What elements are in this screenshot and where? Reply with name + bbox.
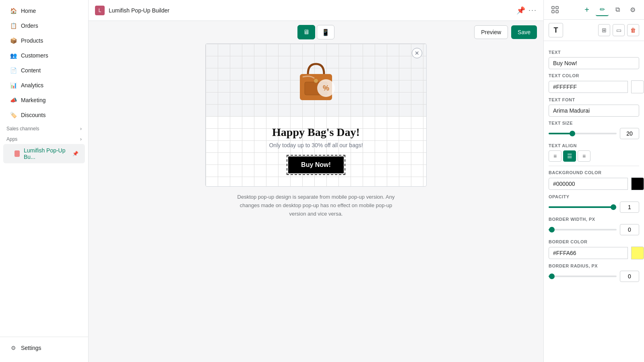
text-size-row [549,128,639,139]
products-icon: 📦 [10,37,17,44]
sidebar-item-label: Products [21,37,43,44]
sidebar-item-label: Customers [21,52,48,59]
align-center-button[interactable]: ☰ [563,150,576,162]
border-radius-slider-track[interactable] [549,276,617,277]
customers-icon: 👥 [10,52,17,59]
cta-button-wrapper[interactable]: Buy Now! [287,155,345,175]
text-element-button[interactable]: T [549,23,563,37]
divider [549,166,639,166]
text-align-label: TEXT ALIGN [549,143,639,148]
cta-button[interactable]: Buy Now! [288,156,344,173]
desktop-button[interactable]: 🖥 [297,25,315,39]
text-input[interactable] [549,57,639,69]
save-button[interactable]: Save [511,25,537,39]
text-align-row: ≡ ☰ ≡ [549,150,639,162]
sidebar-item-content[interactable]: 📄 Content [3,63,85,78]
text-font-select[interactable]: Arima Madurai Arial Georgia Helvetica Ro… [549,105,639,117]
delete-button[interactable]: 🗑 [627,24,639,36]
element-toolbar: T ⊞ ▭ 🗑 [544,20,644,41]
chevron-icon: › [80,136,82,142]
svg-rect-5 [552,6,554,9]
bag-image: % [288,52,344,108]
text-color-swatch[interactable] [631,80,644,93]
svg-rect-8 [556,10,558,13]
sidebar-item-lumifish[interactable]: Lumifish Pop-Up Bu... 📌 [3,144,85,163]
opacity-label: OPACITY [549,194,639,199]
sidebar-item-products[interactable]: 📦 Products [3,33,85,48]
opacity-input[interactable] [620,202,639,213]
sidebar-item-label: Marketing [21,97,45,103]
border-color-swatch[interactable] [631,247,644,259]
border-color-label: BORDER COLOR [549,239,639,244]
sidebar-item-orders[interactable]: 📋 Orders [3,19,85,33]
bg-color-swatch[interactable] [631,177,644,190]
popup-headline: Happy Bag's Day! [214,126,418,139]
device-toggle: 🖥 📱 [297,25,334,39]
popup-image-area: % [206,44,426,116]
app-header-title: Lumifish Pop-Up Builder [109,7,512,14]
bg-color-row [549,177,639,190]
mobile-button[interactable]: 📱 [317,25,334,39]
text-size-slider-thumb[interactable] [570,131,575,136]
canvas-info: Desktop pop-up design is separate from m… [231,193,400,218]
sidebar-item-home[interactable]: 🏠 Home [3,4,85,18]
svg-text:%: % [323,84,329,92]
border-color-input[interactable] [549,247,628,259]
border-radius-slider-thumb[interactable] [549,274,555,279]
border-radius-label: BORDER RADIUS, PX [549,263,639,268]
sidebar-item-settings[interactable]: ⚙ Settings [3,341,85,355]
app-header-actions: 📌 ··· [516,6,537,15]
discounts-icon: 🏷️ [10,111,17,119]
align-left-button[interactable]: ≡ [549,150,561,162]
app-header: L Lumifish Pop-Up Builder 📌 ··· [89,0,543,21]
border-button[interactable]: ▭ [613,24,625,36]
grid-align-button[interactable]: ⊞ [598,24,610,36]
orders-icon: 📋 [10,22,17,29]
text-size-input[interactable] [620,128,639,139]
opacity-slider-fill [549,206,613,208]
border-width-slider-track[interactable] [549,229,617,230]
sidebar-item-label: Analytics [21,82,43,88]
sidebar-item-customers[interactable]: 👥 Customers [3,48,85,63]
sidebar-item-marketing[interactable]: 📣 Marketing [3,93,85,107]
sidebar-bottom: ⚙ Settings [0,337,88,362]
border-width-slider-thumb[interactable] [549,227,555,232]
bg-color-input[interactable] [549,178,628,190]
text-size-slider-track[interactable] [549,133,617,134]
border-radius-input[interactable] [620,271,639,282]
popup-text-area: Happy Bag's Day! Only today up to 30% of… [206,116,426,186]
add-tab-button[interactable]: + [580,3,593,16]
opacity-slider-thumb[interactable] [611,204,616,210]
more-button[interactable]: ··· [528,6,537,14]
svg-rect-7 [552,10,554,13]
opacity-slider-track[interactable] [549,206,617,208]
sidebar-item-label: Settings [21,345,41,351]
sales-channels-section[interactable]: Sales channels › [0,123,88,133]
text-color-label: TEXT COLOR [549,73,639,78]
sidebar-item-label: Home [21,8,36,14]
pin-button[interactable]: 📌 [516,6,525,15]
popup-canvas: ✕ % [205,43,427,187]
analytics-icon: 📊 [10,82,17,89]
app-icon [14,150,20,157]
popup-close-button[interactable]: ✕ [412,48,422,58]
layers-tab-button[interactable]: ⧉ [611,3,624,16]
grid-tool-button[interactable] [549,3,561,16]
settings-tab-button[interactable]: ⚙ [626,3,639,16]
canvas-area: ✕ % [89,43,543,362]
pin-icon: 📌 [72,151,78,156]
edit-tab-button[interactable]: ✏ [596,3,609,16]
sidebar-item-analytics[interactable]: 📊 Analytics [3,78,85,93]
border-color-row [549,247,639,259]
main-area: L Lumifish Pop-Up Builder 📌 ··· 🖥 📱 Prev… [89,0,543,362]
bg-color-label: BACKGROUND COLOR [549,170,639,175]
chevron-icon: › [80,126,82,132]
border-width-row [549,224,639,235]
border-width-input[interactable] [620,224,639,235]
sidebar-item-discounts[interactable]: 🏷️ Discounts [3,108,85,122]
panel-content: TEXT TEXT COLOR TEXT FONT Arima Madurai … [544,41,644,287]
apps-section[interactable]: Apps › [0,133,88,144]
text-color-input[interactable] [549,81,628,93]
align-right-button[interactable]: ≡ [578,150,590,162]
preview-button[interactable]: Preview [474,25,508,39]
